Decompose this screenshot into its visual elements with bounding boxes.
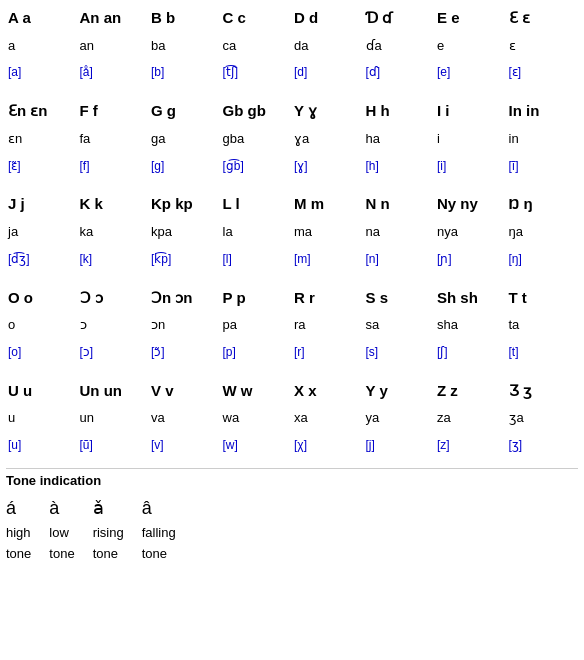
- letter-ipa-cell: [o]: [6, 340, 78, 367]
- letter-ipa-cell: [r]: [292, 340, 364, 367]
- tone-symbol: à: [49, 494, 92, 523]
- letter-example-cell: sha: [435, 313, 507, 340]
- letter-example-cell: xa: [292, 406, 364, 433]
- letter-example-cell: ka: [78, 220, 150, 247]
- letter-ipa-cell: [w]: [221, 433, 293, 460]
- letter-ipa-cell: [ɛ]: [507, 60, 579, 87]
- letter-ipa-cell: [ɗ]: [364, 60, 436, 87]
- letter-example-cell: nya: [435, 220, 507, 247]
- letter-ipa-cell: [j]: [364, 433, 436, 460]
- letter-heading-cell: Ɛ ɛ: [507, 4, 579, 34]
- letter-ipa-cell: [å]: [78, 60, 150, 87]
- letter-ipa-cell: [d͡ʒ]: [6, 247, 78, 274]
- letter-ipa-cell: [t͡ʃ]: [221, 60, 293, 87]
- tone-label2: tone: [93, 544, 142, 565]
- letter-ipa-cell: [a]: [6, 60, 78, 87]
- letter-heading-cell: U u: [6, 377, 78, 407]
- tone-label2: tone: [49, 544, 92, 565]
- tone-section: Tone indication áàǎâhighlowrisingfalling…: [6, 468, 578, 565]
- letter-ipa-cell: [e]: [435, 60, 507, 87]
- letter-heading-cell: R r: [292, 284, 364, 314]
- letter-ipa-cell: [d]: [292, 60, 364, 87]
- letter-heading-cell: Sh sh: [435, 284, 507, 314]
- letter-ipa-cell: [u]: [6, 433, 78, 460]
- letter-ipa-cell: [l]: [221, 247, 293, 274]
- letter-heading-cell: In in: [507, 97, 579, 127]
- letter-example-cell: fa: [78, 127, 150, 154]
- letter-heading-cell: D d: [292, 4, 364, 34]
- tone-symbol: â: [142, 494, 194, 523]
- letter-heading-cell: P p: [221, 284, 293, 314]
- letter-example-cell: ɛ: [507, 34, 579, 61]
- letter-heading-cell: Ʒ ʒ: [507, 377, 579, 407]
- letter-ipa-cell: [g]: [149, 154, 221, 181]
- letter-heading-cell: X x: [292, 377, 364, 407]
- letter-ipa-cell: [n]: [364, 247, 436, 274]
- letter-heading-cell: K k: [78, 190, 150, 220]
- letter-heading-cell: Z z: [435, 377, 507, 407]
- letter-heading-cell: W w: [221, 377, 293, 407]
- letter-example-cell: e: [435, 34, 507, 61]
- tone-table: áàǎâhighlowrisingfallingtonetonetonetone: [6, 494, 194, 565]
- letter-heading-cell: Ny ny: [435, 190, 507, 220]
- letter-example-cell: ma: [292, 220, 364, 247]
- tone-label2: tone: [142, 544, 194, 565]
- letter-example-cell: ga: [149, 127, 221, 154]
- letter-example-cell: a: [6, 34, 78, 61]
- letter-heading-cell: Gb gb: [221, 97, 293, 127]
- letter-heading-cell: Un un: [78, 377, 150, 407]
- letter-example-cell: la: [221, 220, 293, 247]
- letter-ipa-cell: [k]: [78, 247, 150, 274]
- letter-example-cell: ra: [292, 313, 364, 340]
- letter-example-cell: ca: [221, 34, 293, 61]
- letter-ipa-cell: [ũ]: [78, 433, 150, 460]
- letter-example-cell: ya: [364, 406, 436, 433]
- letter-example-cell: kpa: [149, 220, 221, 247]
- letter-example-cell: da: [292, 34, 364, 61]
- letter-example-cell: ʒa: [507, 406, 579, 433]
- letter-heading-cell: An an: [78, 4, 150, 34]
- letter-ipa-cell: [i]: [435, 154, 507, 181]
- tone-symbol: á: [6, 494, 49, 523]
- letter-heading-cell: N n: [364, 190, 436, 220]
- tone-label1: low: [49, 523, 92, 544]
- letter-heading-cell: Ɔ ɔ: [78, 284, 150, 314]
- letter-ipa-cell: [k͡p]: [149, 247, 221, 274]
- tone-heading: Tone indication: [6, 473, 578, 488]
- letter-ipa-cell: [ɲ]: [435, 247, 507, 274]
- letter-heading-cell: Kp kp: [149, 190, 221, 220]
- letter-heading-cell: Ɔn ɔn: [149, 284, 221, 314]
- letter-heading-cell: H h: [364, 97, 436, 127]
- letter-example-cell: ɔn: [149, 313, 221, 340]
- letter-heading-cell: G g: [149, 97, 221, 127]
- letter-heading-cell: E e: [435, 4, 507, 34]
- letter-heading-cell: L l: [221, 190, 293, 220]
- letter-ipa-cell: [p]: [221, 340, 293, 367]
- letter-example-cell: un: [78, 406, 150, 433]
- letter-ipa-cell: [ɛ̃]: [6, 154, 78, 181]
- letter-heading-cell: Ŋ ŋ: [507, 190, 579, 220]
- letter-example-cell: pa: [221, 313, 293, 340]
- letter-heading-cell: Ɛn ɛn: [6, 97, 78, 127]
- letter-heading-cell: J j: [6, 190, 78, 220]
- letter-ipa-cell: [ɣ]: [292, 154, 364, 181]
- letter-heading-cell: F f: [78, 97, 150, 127]
- letter-ipa-cell: [ʃ]: [435, 340, 507, 367]
- letter-example-cell: ɔ: [78, 313, 150, 340]
- letter-example-cell: sa: [364, 313, 436, 340]
- letter-ipa-cell: [ɔ̃]: [149, 340, 221, 367]
- letter-heading-cell: T t: [507, 284, 579, 314]
- letter-heading-cell: C c: [221, 4, 293, 34]
- letter-heading-cell: B b: [149, 4, 221, 34]
- letter-example-cell: u: [6, 406, 78, 433]
- letter-example-cell: va: [149, 406, 221, 433]
- letter-ipa-cell: [z]: [435, 433, 507, 460]
- letter-ipa-cell: [ŋ]: [507, 247, 579, 274]
- letter-example-cell: na: [364, 220, 436, 247]
- letter-ipa-cell: [ĩ]: [507, 154, 579, 181]
- letter-example-cell: wa: [221, 406, 293, 433]
- letter-heading-cell: V v: [149, 377, 221, 407]
- letter-ipa-cell: [h]: [364, 154, 436, 181]
- letter-example-cell: ba: [149, 34, 221, 61]
- letter-example-cell: ŋa: [507, 220, 579, 247]
